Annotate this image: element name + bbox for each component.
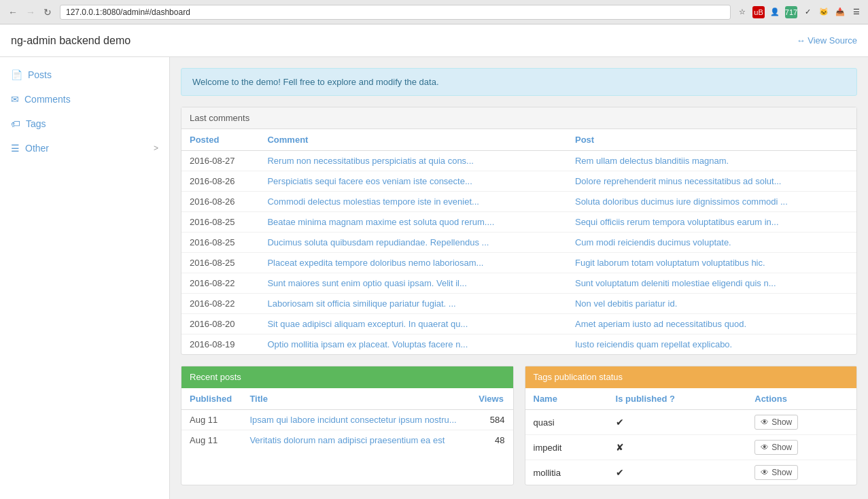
col-actions: Actions [746,388,856,410]
bottom-panels: Recent posts Published Title Views Aug 1… [181,366,857,496]
col-posted: Posted [181,129,259,151]
back-button[interactable]: ← [5,5,20,19]
welcome-banner: Welcome to the demo! Fell free to explor… [181,68,857,96]
tags-icon: 🏷 [11,118,20,129]
table-row: 2016-08-25 Ducimus soluta quibusdam repu… [181,233,856,253]
post-cell: Cum modi reiciendis ducimus voluptate. [567,233,856,253]
table-row: 2016-08-27 Rerum non necessitatibus pers… [181,151,856,171]
date-cell: 2016-08-25 [181,233,259,253]
ext-icon-1: uB [752,6,765,18]
col-name: Name [525,388,608,410]
comment-cell: Placeat expedita tempore doloribus nemo … [259,253,567,273]
col-views: Views [470,388,513,410]
recent-posts-header: Recent posts [181,366,513,388]
tags-status-table: Name Is published ? Actions quasi ✔ 👁 Sh… [525,388,857,485]
post-cell: Dolore reprehenderit minus necessitatibu… [567,171,856,192]
post-cell: Non vel debitis pariatur id. [567,294,856,314]
recent-posts-table: Published Title Views Aug 11 Ipsam qui l… [181,388,513,450]
date-cell: 2016-08-26 [181,192,259,212]
is-published-cell: ✘ [608,435,747,460]
check-yes-icon: ✔ [616,417,624,428]
sidebar-item-posts[interactable]: 📄 Posts [0,63,169,87]
last-comments-panel: Last comments Posted Comment Post 2016-0… [181,107,857,355]
actions-cell: 👁 Show [746,435,856,460]
col-published: Published [181,388,241,410]
recent-posts-header-row: Published Title Views [181,388,513,410]
post-cell: Soluta doloribus ducimus iure dignissimo… [567,192,856,212]
table-row: 2016-08-26 Commodi delectus molestias te… [181,192,856,212]
date-cell: 2016-08-25 [181,212,259,233]
comment-cell: Sit quae adipisci aliquam excepturi. In … [259,314,567,334]
comment-cell: Rerum non necessitatibus perspiciatis at… [259,151,567,171]
comment-cell: Optio mollitia ipsam ex placeat. Volupta… [259,334,567,355]
welcome-message: Welcome to the demo! Fell free to explor… [192,77,439,87]
check-yes-icon: ✔ [616,467,624,478]
tag-name-cell: impedit [525,435,608,460]
last-comments-table: Posted Comment Post 2016-08-27 Rerum non… [181,129,856,354]
eye-icon: 👁 [761,417,769,427]
actions-cell: 👁 Show [746,410,856,435]
date-cell: 2016-08-26 [181,171,259,192]
published-cell: Aug 11 [181,410,241,430]
browser-chrome: ← → ↻ ☆ uB 👤 717 ✓ 🐱 📥 ☰ [0,0,868,24]
comment-cell: Commodi delectus molestias tempore iste … [259,192,567,212]
sidebar-item-comments[interactable]: ✉ Comments [0,87,169,111]
published-cell: Aug 11 [181,430,241,451]
browser-nav-buttons: ← → ↻ [5,5,54,19]
views-cell: 584 [470,410,513,430]
address-bar[interactable] [60,5,731,20]
menu-icon[interactable]: ☰ [850,6,863,18]
sidebar-item-other-label: Other [25,143,49,154]
show-button[interactable]: 👁 Show [754,465,798,480]
sidebar-item-tags[interactable]: 🏷 Tags [0,111,169,136]
show-button[interactable]: 👁 Show [754,440,798,455]
col-title: Title [241,388,470,410]
show-button[interactable]: 👁 Show [754,415,798,430]
table-row: 2016-08-26 Perspiciatis sequi facere eos… [181,171,856,192]
forward-button[interactable]: → [23,5,38,19]
ext-icon-6: 📥 [834,6,846,18]
table-row: 2016-08-22 Laboriosam sit officia simili… [181,294,856,314]
sidebar-item-tags-label: Tags [26,118,46,129]
ext-icon-3: 717 [785,6,797,18]
col-is-published: Is published ? [608,388,747,410]
comment-cell: Ducimus soluta quibusdam repudiandae. Re… [259,233,567,253]
post-cell: Iusto reiciendis quam repellat explicabo… [567,334,856,355]
title-cell: Ipsam qui labore incidunt consectetur ip… [241,410,470,430]
chevron-right-icon: > [154,143,158,153]
col-comment: Comment [259,129,567,151]
table-row: 2016-08-22 Sunt maiores sunt enim optio … [181,273,856,294]
table-row: mollitia ✔ 👁 Show [525,460,857,485]
table-row: impedit ✘ 👁 Show [525,435,857,460]
title-cell: Veritatis dolorum nam adipisci praesenti… [241,430,470,451]
comment-cell: Perspiciatis sequi facere eos veniam ist… [259,171,567,192]
table-row: Aug 11 Ipsam qui labore incidunt consect… [181,410,513,430]
browser-extension-icons: ☆ uB 👤 717 ✓ 🐱 📥 ☰ [736,6,863,18]
table-row: quasi ✔ 👁 Show [525,410,857,435]
post-cell: Amet aperiam iusto ad necessitatibus quo… [567,314,856,334]
tags-status-header-row: Name Is published ? Actions [525,388,857,410]
is-published-cell: ✔ [608,410,747,435]
tag-name-cell: mollitia [525,460,608,485]
tags-status-panel: Tags publication status Name Is publishe… [525,366,858,485]
col-post: Post [567,129,856,151]
view-source-link[interactable]: ↔ View Source [797,35,857,46]
app-title: ng-admin backend demo [11,35,131,47]
comment-cell: Beatae minima magnam maxime est soluta q… [259,212,567,233]
table-row: 2016-08-20 Sit quae adipisci aliquam exc… [181,314,856,334]
sidebar-item-other[interactable]: ☰ Other > [0,136,169,160]
recent-posts-panel: Recent posts Published Title Views Aug 1… [181,366,514,485]
post-cell: Fugit laborum totam voluptatum voluptati… [567,253,856,273]
last-comments-header-row: Posted Comment Post [181,129,856,151]
star-icon: ☆ [736,6,748,18]
comment-cell: Sunt maiores sunt enim optio quasi ipsam… [259,273,567,294]
table-row: 2016-08-25 Placeat expedita tempore dolo… [181,253,856,273]
reload-button[interactable]: ↻ [41,5,54,19]
last-comments-header: Last comments [181,107,856,129]
date-cell: 2016-08-25 [181,253,259,273]
post-cell: Sequi officiis rerum tempora voluptatibu… [567,212,856,233]
post-cell: Sunt voluptatum deleniti molestiae elige… [567,273,856,294]
table-row: 2016-08-25 Beatae minima magnam maxime e… [181,212,856,233]
other-icon: ☰ [11,143,20,154]
date-cell: 2016-08-22 [181,294,259,314]
